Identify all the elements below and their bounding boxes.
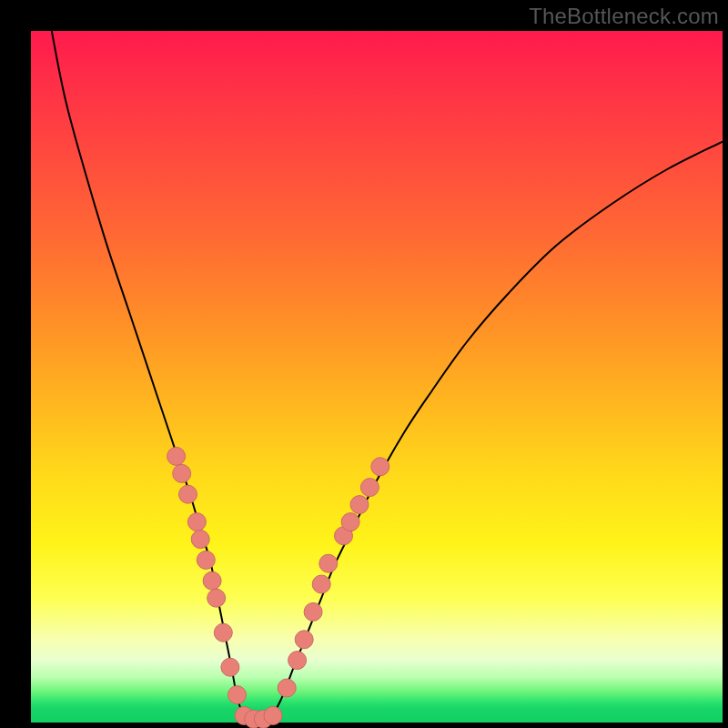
marker-dot — [214, 623, 232, 642]
plot-area — [31, 31, 723, 723]
marker-dot — [360, 479, 379, 497]
marker-dot — [319, 554, 338, 572]
marker-dot — [197, 551, 215, 569]
marker-dot — [187, 513, 206, 531]
marker-dot — [228, 686, 247, 704]
chart-overlay — [31, 31, 723, 723]
marker-dot — [341, 513, 359, 531]
marker-dot — [350, 496, 369, 514]
marker-dot — [371, 458, 389, 476]
marker-dots — [167, 447, 389, 728]
chart-stage: TheBottleneck.com — [0, 0, 728, 728]
marker-dot — [173, 464, 191, 482]
marker-dot — [304, 602, 322, 621]
marker-dot — [179, 485, 197, 503]
marker-dot — [264, 706, 282, 724]
bottleneck-curve — [52, 31, 723, 725]
marker-dot — [203, 571, 221, 590]
marker-dot — [295, 631, 313, 649]
marker-dot — [207, 589, 226, 607]
marker-dot — [167, 447, 186, 465]
marker-dot — [221, 658, 239, 676]
marker-dot — [278, 679, 296, 697]
marker-dot — [288, 652, 307, 670]
marker-dot — [312, 575, 330, 593]
watermark-text: TheBottleneck.com — [529, 4, 719, 29]
marker-dot — [191, 531, 209, 549]
